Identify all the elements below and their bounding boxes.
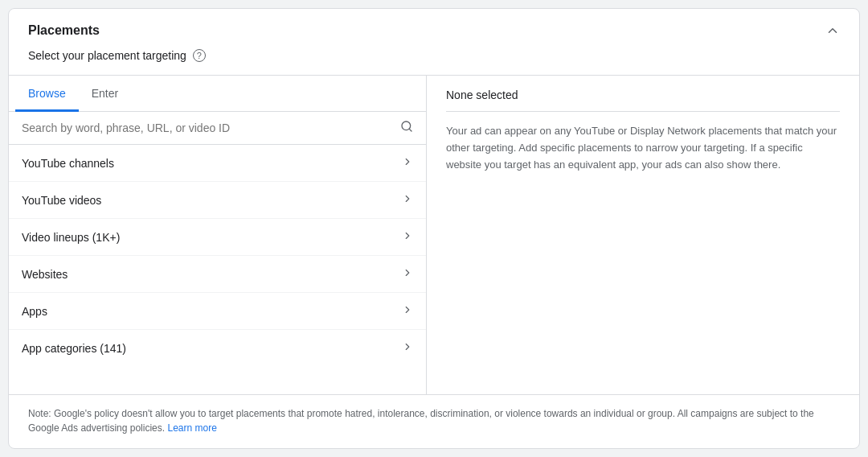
main-content: Browse Enter YouTube channels xyxy=(9,75,859,394)
collapse-icon[interactable] xyxy=(825,23,840,38)
footer-note: Note: Google's policy doesn't allow you … xyxy=(9,394,859,448)
list-item-label: Video lineups (1K+) xyxy=(22,231,120,244)
left-panel: Browse Enter YouTube channels xyxy=(9,76,427,394)
card-header: Placements xyxy=(9,9,859,49)
list-item-label: App categories (141) xyxy=(22,342,126,355)
footer-note-text: Note: Google's policy doesn't allow you … xyxy=(28,408,814,434)
list-item-label: Apps xyxy=(22,305,47,318)
chevron-right-icon xyxy=(402,341,413,355)
targeting-row: Select your placement targeting ? xyxy=(9,49,859,75)
chevron-right-icon xyxy=(402,193,413,207)
right-panel: None selected Your ad can appear on any … xyxy=(427,76,859,394)
chevron-right-icon xyxy=(402,230,413,244)
list-item-label: YouTube videos xyxy=(22,194,101,207)
description-text: Your ad can appear on any YouTube or Dis… xyxy=(446,123,840,173)
placements-card: Placements Select your placement targeti… xyxy=(8,8,860,449)
targeting-label: Select your placement targeting xyxy=(28,49,186,62)
tab-browse[interactable]: Browse xyxy=(15,76,79,112)
search-icon xyxy=(400,120,413,136)
none-selected-label: None selected xyxy=(446,89,840,112)
list-item[interactable]: Video lineups (1K+) xyxy=(9,219,426,256)
chevron-right-icon xyxy=(402,304,413,318)
chevron-right-icon xyxy=(402,156,413,170)
tab-enter[interactable]: Enter xyxy=(79,76,131,112)
card-title: Placements xyxy=(28,23,100,38)
search-row xyxy=(9,112,426,145)
list-item[interactable]: App categories (141) xyxy=(9,330,426,366)
search-input[interactable] xyxy=(22,121,394,134)
list-item[interactable]: Websites xyxy=(9,256,426,293)
help-icon[interactable]: ? xyxy=(193,49,206,62)
list-item[interactable]: YouTube channels xyxy=(9,145,426,182)
svg-line-1 xyxy=(409,129,411,131)
menu-items-list: YouTube channels YouTube videos Video li… xyxy=(9,145,426,394)
chevron-right-icon xyxy=(402,267,413,281)
list-item[interactable]: Apps xyxy=(9,293,426,330)
list-item-label: Websites xyxy=(22,268,68,281)
learn-more-link[interactable]: Learn more xyxy=(167,422,216,434)
list-item[interactable]: YouTube videos xyxy=(9,182,426,219)
tabs-container: Browse Enter xyxy=(9,76,426,112)
list-item-label: YouTube channels xyxy=(22,157,114,170)
